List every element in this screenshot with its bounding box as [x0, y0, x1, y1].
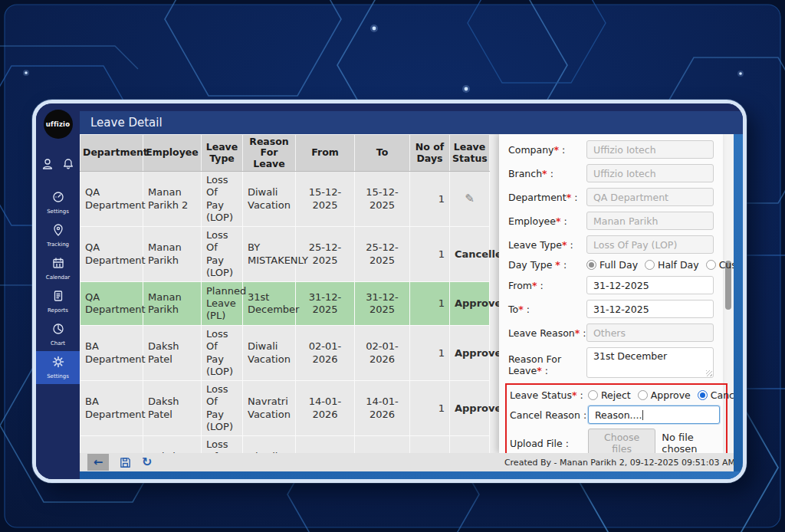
- status-badge: Approved: [450, 282, 490, 326]
- sidebar-item-calendar[interactable]: Calendar: [36, 252, 80, 285]
- top-strip: [80, 103, 743, 111]
- radio-icon[interactable]: [645, 260, 655, 270]
- footer-toolbar: ← ↻ Created By - Manan Parikh 2, 09-12-2…: [80, 453, 743, 471]
- sidebar-nav: Settings Tracking Calendar: [36, 186, 80, 384]
- radio-approve[interactable]: Approve: [638, 389, 691, 401]
- leave-status-label: Leave Status* :: [510, 389, 588, 401]
- leave-type-field: Loss Of Pay (LOP): [586, 235, 714, 254]
- status-badge: Rejected: [450, 436, 490, 453]
- sidebar-item-label: Settings: [47, 209, 69, 215]
- radio-icon[interactable]: [638, 390, 648, 400]
- page-title-bar: Leave Detail: [80, 111, 743, 134]
- from-date-field[interactable]: 31-12-2025: [586, 276, 714, 294]
- reason-for-leave-textarea[interactable]: 31st December: [586, 347, 714, 378]
- col-header-reason[interactable]: Reason For Leave: [243, 135, 296, 172]
- col-header-status[interactable]: Leave Status: [450, 135, 490, 172]
- app-window: uffizio Settings: [32, 100, 747, 483]
- table-row[interactable]: BA Department Daksh Patel Loss Of Pay (L…: [80, 381, 490, 436]
- highlighted-section: Leave Status* : Reject Approve Cancel Ca…: [505, 383, 728, 453]
- refresh-button[interactable]: ↻: [142, 456, 152, 468]
- main-area: Leave Detail Department Employee: [80, 103, 743, 479]
- sidebar-item-chart[interactable]: Chart: [36, 318, 80, 351]
- to-date-field[interactable]: 31-12-2025: [586, 300, 714, 318]
- right-edge-strip: [734, 134, 743, 479]
- logo-text: uffizio: [46, 120, 70, 128]
- department-field: QA Department: [586, 188, 714, 206]
- radio-reject[interactable]: Reject: [588, 389, 631, 401]
- table-row[interactable]: QA Department Manan Parikh 2 Loss Of Pay…: [80, 172, 490, 227]
- save-button[interactable]: [119, 456, 132, 469]
- chart-icon: [51, 322, 65, 339]
- back-arrow-icon: ←: [94, 455, 103, 469]
- col-header-leave-type[interactable]: Leave Type: [202, 135, 243, 172]
- to-label: To* :: [508, 304, 586, 315]
- user-icon[interactable]: [41, 157, 54, 174]
- choose-files-button[interactable]: Choose files: [588, 429, 655, 453]
- sidebar-item-label: Calendar: [46, 274, 70, 281]
- branch-field: Uffizio Iotech: [586, 164, 714, 182]
- cancel-reason-label: Cancel Reason :: [510, 409, 588, 421]
- col-header-from[interactable]: From: [296, 135, 355, 172]
- leave-status-radios: Reject Approve Cancel: [588, 389, 734, 401]
- col-header-days[interactable]: No of Days: [410, 135, 450, 172]
- company-field: Uffizio Iotech: [586, 140, 714, 159]
- day-type-label: Day Type * :: [508, 259, 586, 271]
- leave-type-label: Leave Type* :: [508, 239, 586, 251]
- file-chosen-text: No file chosen: [662, 432, 720, 453]
- company-label: Company* :: [508, 144, 586, 156]
- leave-table: Department Employee Leave Type Reason Fo…: [80, 134, 490, 453]
- table-row-selected[interactable]: QA Department Manan Parikh Planned Leave…: [80, 282, 490, 326]
- sidebar-item-label: Settings: [47, 373, 69, 379]
- status-badge: Approved: [450, 326, 490, 381]
- radio-cancel[interactable]: Cancel: [698, 389, 734, 401]
- reports-icon: [51, 289, 65, 306]
- leave-detail-form: Company* : Uffizio Iotech Branch* : Uffi…: [499, 134, 723, 453]
- radio-icon[interactable]: [586, 260, 596, 270]
- calendar-icon: [51, 256, 65, 273]
- tracking-icon: [51, 223, 65, 240]
- radio-icon[interactable]: [588, 390, 598, 400]
- radio-icon[interactable]: [706, 260, 716, 270]
- radio-half-day[interactable]: Half Day: [645, 259, 699, 271]
- screen: uffizio Settings: [0, 0, 785, 532]
- sidebar-item-tracking[interactable]: Tracking: [36, 219, 80, 252]
- page-title: Leave Detail: [90, 116, 163, 130]
- status-badge: Approved: [450, 381, 490, 436]
- content-region: Department Employee Leave Type Reason Fo…: [80, 134, 734, 453]
- radio-custom[interactable]: Custom: [706, 259, 734, 271]
- status-badge: Cancelled: [450, 227, 490, 282]
- day-type-radios: Full Day Half Day Custom: [586, 259, 734, 271]
- upload-file-label: Upload File :: [510, 438, 588, 449]
- sidebar-item-label: Tracking: [47, 241, 69, 248]
- gear-icon: [51, 355, 65, 372]
- text-caret: [642, 410, 643, 420]
- back-button[interactable]: ←: [87, 454, 109, 471]
- department-label: Department* :: [508, 192, 586, 203]
- radio-full-day[interactable]: Full Day: [586, 259, 638, 271]
- col-header-to[interactable]: To: [355, 135, 410, 172]
- employee-field: Manan Parikh: [586, 212, 714, 230]
- leave-reason-field: Others: [586, 323, 714, 342]
- sidebar-item-label: Chart: [51, 340, 65, 346]
- col-header-department[interactable]: Department: [80, 135, 143, 172]
- sidebar-item-settings-active[interactable]: Settings: [36, 351, 80, 384]
- radio-icon[interactable]: [698, 390, 708, 400]
- uffizio-logo: uffizio: [44, 110, 73, 139]
- sidebar-item-label: Reports: [48, 307, 68, 314]
- from-label: From* :: [508, 280, 586, 291]
- table-row[interactable]: BA Department Daksh Patel Loss Of Pay (L…: [80, 436, 490, 453]
- table-row[interactable]: BA Department Daksh Patel Loss Of Pay (L…: [80, 326, 490, 381]
- sidebar: uffizio Settings: [36, 103, 80, 479]
- edit-icon[interactable]: ✎: [455, 192, 484, 206]
- bell-icon[interactable]: [61, 157, 75, 174]
- sidebar-item-settings-dashboard[interactable]: Settings: [36, 186, 80, 219]
- leave-reason-label: Leave Reason* :: [508, 327, 586, 339]
- sidebar-item-reports[interactable]: Reports: [36, 285, 80, 318]
- reason-for-leave-label: Reason For Leave* :: [508, 347, 586, 376]
- cancel-reason-input[interactable]: Reason....: [588, 406, 720, 424]
- bottom-edge-strip: [80, 471, 743, 479]
- table-row[interactable]: QA Department Manan Parikh Loss Of Pay (…: [80, 227, 490, 282]
- created-by-text: Created By - Manan Parikh 2, 09-12-2025 …: [504, 458, 735, 468]
- col-header-employee[interactable]: Employee: [143, 135, 202, 172]
- table-header-row: Department Employee Leave Type Reason Fo…: [80, 135, 490, 172]
